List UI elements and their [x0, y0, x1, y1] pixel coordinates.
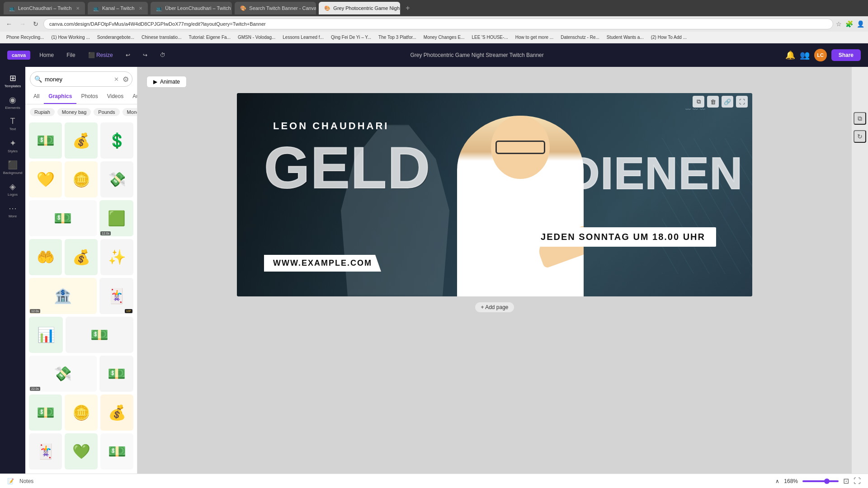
tab-photos[interactable]: Photos — [76, 89, 102, 104]
notifications-icon[interactable]: 🔔 — [785, 50, 795, 60]
graphic-scatter[interactable]: ✨ — [100, 239, 133, 275]
graphic-bills-pile-anim[interactable]: 💸 22.0s — [29, 356, 97, 392]
sidebar-item-elements[interactable]: ◉ Elements — [3, 92, 23, 112]
trash-icon-btn[interactable]: 🗑 — [707, 96, 719, 108]
user-avatar[interactable]: LC — [814, 49, 827, 61]
graphic-green-cash[interactable]: 💵 — [29, 394, 62, 431]
users-icon[interactable]: 👥 — [800, 50, 810, 60]
graphic-cards[interactable]: 🃏 — [29, 433, 62, 469]
profile-icon[interactable]: 👤 — [857, 20, 864, 28]
tab-graphics[interactable]: Graphics — [44, 89, 76, 104]
extensions-icon[interactable]: 🧩 — [845, 20, 853, 28]
tab-videos[interactable]: Videos — [103, 89, 128, 104]
right-sidebar-copy-btn[interactable]: ⧉ — [854, 112, 866, 125]
graphic-gold-coins[interactable]: 🪙 — [65, 161, 98, 197]
filter-money-bag[interactable]: Money bag — [57, 108, 91, 116]
canvas-area: ▶ Animate 〰〰〰 ⧉ 🗑 🔗 ⛶ — [137, 67, 852, 474]
graphic-playing-cards[interactable]: 🃏 VIP — [99, 278, 133, 314]
browser-tab-1[interactable]: 📺 LeonChaudhari – Twitch ✕ — [4, 2, 85, 14]
address-input[interactable] — [43, 19, 833, 29]
graphic-bills-fan[interactable]: 💵 — [100, 433, 133, 469]
page-up-icon[interactable]: ∧ — [775, 478, 779, 484]
graphic-money-circle[interactable]: 💚 — [65, 433, 98, 469]
graphic-money-bag-dark[interactable]: 💰 — [65, 239, 98, 275]
bookmark-star-icon[interactable]: ☆ — [836, 20, 842, 28]
sidebar-item-text[interactable]: T Text — [3, 114, 23, 134]
bookmark-2[interactable]: (1) How Working ... — [48, 34, 92, 41]
graphic-dollar-circle[interactable]: 💲 — [100, 122, 133, 159]
graphic-bills-pile[interactable]: 💵 — [66, 317, 133, 353]
filter-rupiah[interactable]: Rupiah — [30, 108, 55, 116]
fit-to-screen-button[interactable]: ⊡ — [843, 477, 849, 485]
bookmark-11[interactable]: LEE 'S HOUSE-... — [469, 34, 510, 41]
sidebar-item-templates[interactable]: ⊞ Templates — [3, 70, 23, 90]
resize-button[interactable]: ⬛ Resize — [85, 50, 117, 60]
bookmark-5[interactable]: Tutorial: Eigene Fa... — [186, 34, 233, 41]
filter-icon[interactable]: ⚙ — [123, 75, 129, 84]
browser-tab-5[interactable]: 🎨 Grey Photocentric Game Nigh... ✕ — [319, 2, 400, 14]
link-icon-btn[interactable]: 🔗 — [722, 96, 733, 108]
animate-button[interactable]: ▶ Animate — [146, 76, 187, 88]
graphic-coin-stack[interactable]: 🪙 — [65, 394, 98, 431]
sidebar-item-logos[interactable]: ◈ Logos — [3, 179, 23, 199]
right-sidebar-refresh-btn[interactable]: ↻ — [854, 130, 866, 143]
tab-all[interactable]: All — [29, 89, 44, 104]
graphic-bills-stack[interactable]: 💵 — [29, 200, 97, 236]
redo-button[interactable]: ↪ — [139, 50, 151, 60]
graphic-hand-dollar[interactable]: 🤲 — [29, 239, 62, 275]
notes-label[interactable]: Notes — [19, 478, 33, 484]
bookmark-12[interactable]: How to get more ... — [513, 34, 556, 41]
graphic-coins-stacked[interactable]: 🏦 12.0s — [29, 278, 97, 314]
graphic-chart-coins[interactable]: 📊 — [29, 317, 63, 353]
bookmark-14[interactable]: Student Wants a... — [604, 34, 646, 41]
clear-search-icon[interactable]: ✕ — [114, 76, 119, 83]
bookmark-10[interactable]: Money Changes E... — [421, 34, 467, 41]
bookmark-15[interactable]: (2) How To Add ... — [648, 34, 689, 41]
graphic-money-bag-green[interactable]: 💰 — [65, 122, 98, 159]
forward-button[interactable]: → — [17, 19, 28, 28]
graphic-cash-pile[interactable]: 💵 — [29, 122, 62, 159]
tab-close-1[interactable]: ✕ — [76, 6, 80, 11]
bookmark-4[interactable]: Chinese translatio... — [139, 34, 184, 41]
bookmark-6[interactable]: GMSN - Volodag... — [235, 34, 278, 41]
canva-logo[interactable]: canva — [7, 51, 30, 60]
file-button[interactable]: File — [63, 50, 79, 60]
twitch-banner[interactable]: 〰〰〰 ⧉ 🗑 🔗 ⛶ LEON CHAUDHARI GELD VERDIENE… — [237, 93, 752, 296]
graphic-green-block[interactable]: 🟩 12.0s — [99, 200, 133, 236]
zoom-slider[interactable] — [802, 480, 839, 482]
filter-pounds[interactable]: Pounds — [94, 108, 119, 116]
bookmark-9[interactable]: The Top 3 Platfor... — [376, 34, 419, 41]
new-tab-button[interactable]: + — [403, 4, 412, 12]
status-left: 📝 Notes — [7, 478, 33, 484]
graphic-dollar-sign[interactable]: 💛 — [29, 161, 62, 197]
tab-audio[interactable]: Audio — [128, 89, 137, 104]
sidebar-item-styles[interactable]: ✦ Styles — [3, 136, 23, 155]
add-page-button[interactable]: + Add page — [475, 302, 514, 312]
sidebar-item-more[interactable]: ⋯ More — [3, 201, 23, 221]
bookmark-1[interactable]: Phone Recycling... — [4, 34, 47, 41]
filter-money[interactable]: Money — [123, 108, 137, 116]
bookmark-8[interactable]: Qing Fei De Yi – Y... — [328, 34, 374, 41]
browser-tab-3[interactable]: 📺 Über LeonChaudhari – Twitch ✕ — [151, 2, 232, 14]
banner-url-text: WWW.EXAMPLE.COM — [273, 258, 372, 267]
browser-tab-4[interactable]: 🎨 Search Twitch Banner - Canva ✕ — [235, 2, 316, 14]
home-button[interactable]: Home — [36, 50, 57, 60]
graphic-cash-holding[interactable]: 💵 — [99, 356, 133, 392]
copy-icon-btn[interactable]: ⧉ — [693, 96, 704, 108]
bookmark-7[interactable]: Lessons Learned f... — [280, 34, 326, 41]
add-page-bar: + Add page — [237, 300, 752, 314]
expand-icon-btn[interactable]: ⛶ — [736, 96, 748, 108]
graphic-cash-fan[interactable]: 💸 — [100, 161, 133, 197]
reload-button[interactable]: ↻ — [31, 19, 41, 28]
back-button[interactable]: ← — [4, 19, 14, 28]
graphic-money-bag-orange[interactable]: 💰 — [100, 394, 133, 431]
tab-close-2[interactable]: ✕ — [139, 6, 142, 11]
browser-tab-2[interactable]: 📺 Kanal – Twitch ✕ — [88, 2, 148, 14]
bookmark-13[interactable]: Datenschutz - Re... — [558, 34, 602, 41]
undo-button[interactable]: ↩ — [122, 50, 134, 60]
timer-button[interactable]: ⏱ — [156, 50, 169, 60]
fullscreen-button[interactable]: ⛶ — [854, 477, 861, 485]
sidebar-item-background[interactable]: ⬛ Background — [3, 157, 23, 177]
share-button[interactable]: Share — [831, 49, 861, 61]
bookmark-3[interactable]: Sonderangebote... — [94, 34, 137, 41]
